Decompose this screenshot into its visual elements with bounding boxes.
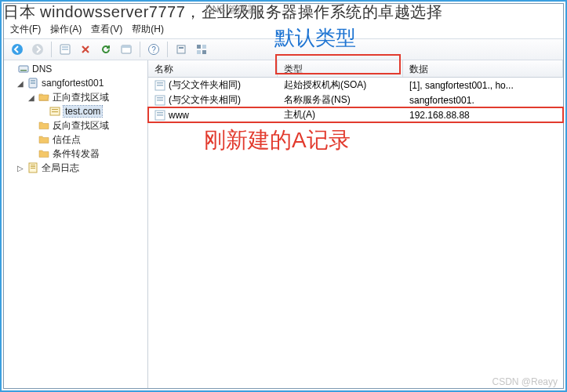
- list-body[interactable]: (与父文件夹相同) 起始授权机构(SOA) [1], sangfortest00…: [148, 78, 563, 388]
- svg-rect-11: [197, 45, 201, 49]
- tree-label: 反向查找区域: [53, 119, 109, 132]
- expand-icon[interactable]: ▷: [16, 164, 24, 172]
- column-header-name[interactable]: 名称: [148, 60, 278, 77]
- svg-rect-25: [31, 166, 35, 167]
- record-row[interactable]: (与父文件夹相同) 名称服务器(NS) sangfortest001.: [148, 93, 563, 107]
- tree-label: test.com: [64, 106, 102, 117]
- tree-node-trust-points[interactable]: ▸ 信任点: [4, 132, 147, 147]
- svg-rect-13: [197, 50, 201, 54]
- tree-node-domain[interactable]: ▸ test.com: [4, 104, 147, 118]
- svg-rect-29: [157, 85, 163, 86]
- tree-node-reverse-zones[interactable]: ▸ 反向查找区域: [4, 118, 147, 132]
- filter-button[interactable]: [173, 41, 190, 58]
- tree-node-dns-root[interactable]: ▸ DNS: [4, 62, 147, 76]
- svg-rect-34: [157, 112, 163, 114]
- folder-open-icon: [38, 91, 50, 103]
- cell-text: (与父文件夹相同): [169, 78, 241, 92]
- cell-text: (与父文件夹相同): [169, 93, 241, 107]
- collapse-icon[interactable]: ◢: [16, 79, 24, 87]
- cell-text: www: [169, 110, 189, 121]
- svg-point-0: [12, 44, 23, 55]
- svg-rect-15: [19, 66, 28, 72]
- tree-panel[interactable]: ▸ DNS ◢ sangfortest001 ◢ 正向查找区域: [4, 60, 148, 388]
- toolbar: ?: [4, 38, 563, 60]
- cell-type: 主机(A): [278, 108, 403, 122]
- tree-node-server[interactable]: ◢ sangfortest001: [4, 76, 147, 90]
- cell-data: sangfortest001.: [403, 95, 563, 106]
- svg-rect-21: [52, 109, 58, 110]
- column-header-data[interactable]: 数据: [403, 60, 563, 77]
- svg-rect-12: [202, 45, 206, 49]
- delete-button[interactable]: [77, 41, 94, 58]
- cell-name: (与父文件夹相同): [148, 93, 278, 107]
- svg-rect-10: [179, 47, 184, 49]
- window-title-hint: DNS 管理器: [205, 3, 256, 16]
- nav-forward-button[interactable]: [29, 41, 46, 58]
- svg-rect-9: [177, 45, 185, 53]
- svg-text:?: ?: [151, 45, 156, 54]
- cell-data: [1], sangfortest001., ho...: [403, 80, 563, 91]
- tree-label: 信任点: [53, 133, 81, 147]
- tree-label: 条件转发器: [53, 147, 100, 161]
- svg-rect-4: [62, 49, 68, 50]
- folder-icon: [38, 119, 50, 132]
- svg-rect-6: [122, 45, 131, 48]
- svg-rect-28: [157, 82, 163, 84]
- server-icon: [27, 77, 39, 89]
- tree-label: DNS: [32, 64, 52, 74]
- menu-help[interactable]: 帮助(H): [132, 23, 164, 36]
- svg-rect-16: [20, 70, 27, 71]
- nav-back-button[interactable]: [9, 41, 26, 58]
- workspace: ▸ DNS ◢ sangfortest001 ◢ 正向查找区域: [4, 60, 563, 388]
- cell-type: 起始授权机构(SOA): [278, 78, 403, 92]
- folder-icon: [38, 133, 50, 146]
- record-icon: [154, 95, 165, 106]
- cell-type: 名称服务器(NS): [278, 93, 403, 107]
- properties-button[interactable]: [118, 41, 135, 58]
- svg-rect-19: [31, 82, 35, 84]
- tree-node-forward-zones[interactable]: ◢ 正向查找区域: [4, 90, 147, 104]
- column-header-type[interactable]: 类型: [278, 60, 403, 77]
- menu-file[interactable]: 文件(F): [10, 23, 41, 36]
- svg-rect-18: [31, 80, 35, 82]
- svg-rect-24: [31, 165, 35, 165]
- help-button[interactable]: ?: [145, 41, 162, 58]
- record-list-pane: 名称 类型 数据 (与父文件夹相同) 起始授权机构(SOA) [1], sang…: [148, 60, 563, 388]
- cell-name: (与父文件夹相同): [148, 78, 278, 92]
- svg-point-1: [32, 44, 43, 55]
- folder-icon: [38, 147, 50, 160]
- new-button[interactable]: [56, 41, 74, 58]
- tree-label: 正向查找区域: [53, 91, 109, 104]
- svg-rect-35: [157, 114, 163, 116]
- watermark: CSDN @Reayy: [492, 376, 558, 387]
- tree-label: sangfortest001: [42, 78, 104, 89]
- svg-rect-32: [157, 100, 163, 101]
- tree-node-global-log[interactable]: ▷ 全局日志: [4, 161, 147, 175]
- cell-data: 192.168.88.88: [403, 110, 563, 121]
- log-icon: [27, 162, 39, 174]
- collapse-icon[interactable]: ◢: [27, 93, 35, 101]
- cell-name: www: [148, 110, 278, 121]
- menu-view[interactable]: 查看(V): [91, 23, 122, 36]
- record-icon: [154, 110, 165, 121]
- record-row[interactable]: (与父文件夹相同) 起始授权机构(SOA) [1], sangfortest00…: [148, 78, 563, 93]
- page-title: 日本 windowsserver7777，企业级服务器操作系统的卓越选择: [3, 2, 564, 23]
- list-header: 名称 类型 数据: [148, 60, 563, 78]
- toolbar-separator: [140, 42, 140, 57]
- toolbar-separator: [51, 42, 52, 57]
- toolbar-separator: [167, 42, 168, 57]
- dns-manager-window: 文件(F) 操作(A) 查看(V) 帮助(H) ?: [3, 3, 564, 389]
- tree-label: 全局日志: [42, 162, 79, 175]
- svg-rect-31: [157, 97, 163, 99]
- dns-icon: [17, 63, 30, 75]
- svg-rect-26: [31, 168, 35, 169]
- refresh-button[interactable]: [97, 41, 114, 58]
- record-icon: [154, 80, 165, 91]
- svg-rect-22: [52, 111, 58, 112]
- options-button[interactable]: [193, 41, 210, 58]
- tree-node-conditional-forwarders[interactable]: ▸ 条件转发器: [4, 147, 147, 161]
- svg-rect-3: [62, 46, 68, 48]
- record-row-new[interactable]: www 主机(A) 192.168.88.88: [148, 107, 563, 122]
- svg-rect-14: [202, 50, 206, 54]
- menu-action[interactable]: 操作(A): [50, 23, 82, 36]
